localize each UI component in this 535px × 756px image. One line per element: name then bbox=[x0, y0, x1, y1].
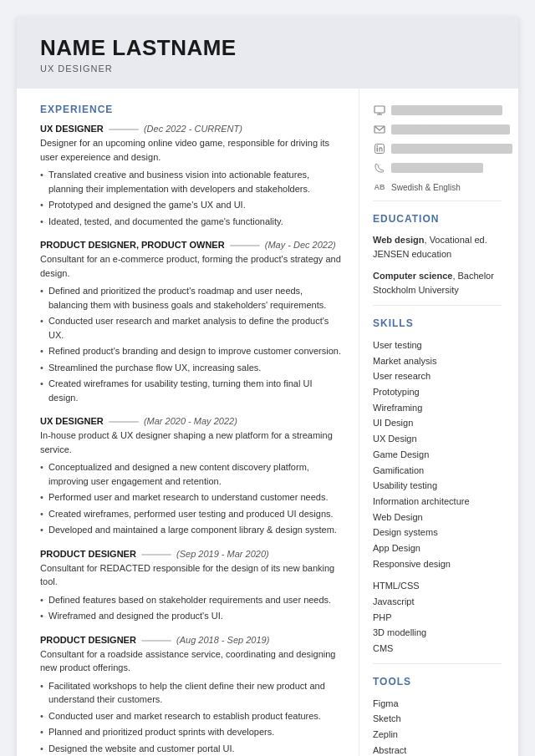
edu-degree: Web design bbox=[373, 235, 425, 245]
skill-item: Usability testing bbox=[373, 478, 502, 494]
tools-section-title: TOOLS bbox=[373, 676, 502, 688]
email-value: hello@yourmail.com bbox=[391, 124, 510, 134]
bullet-item: Conducted user and market research to es… bbox=[40, 709, 344, 723]
candidate-title: UX DESIGNER bbox=[40, 63, 495, 74]
contact-languages: AB Swedish & English bbox=[373, 180, 502, 194]
education-entry: Web design, Vocational ed.JENSEN educati… bbox=[373, 233, 502, 261]
bullet-item: Conceptualized and designed a new conten… bbox=[40, 460, 344, 488]
candidate-name: NAME LASTNAME bbox=[40, 35, 495, 61]
skill-item: PHP bbox=[373, 610, 502, 626]
resume-body: EXPERIENCE UX DESIGNER (Dec 2022 - CURRE… bbox=[17, 89, 518, 756]
edu-degree: Computer science bbox=[373, 271, 452, 281]
skill-item: Design systems bbox=[373, 525, 502, 540]
exp-description: Consultant for a roadside assistance ser… bbox=[40, 647, 344, 675]
skill-item: Gamification bbox=[373, 463, 502, 479]
exp-description: Consultant for an e-commerce product, fo… bbox=[40, 252, 344, 280]
skill-item: Javascript bbox=[373, 594, 502, 610]
bullet-item: Translated creative and business vision … bbox=[40, 168, 344, 195]
bullet-item: Defined features based on stakeholder re… bbox=[40, 593, 344, 607]
skill-item: Responsive design bbox=[373, 556, 502, 572]
skill-item: User testing bbox=[373, 337, 502, 353]
skill-item: CMS bbox=[373, 641, 502, 657]
contact-website: www.portfolio.com bbox=[373, 104, 502, 117]
tool-item: Sketch bbox=[373, 711, 502, 727]
linkedin-value: linkedin.com/in/name bbox=[391, 144, 512, 154]
languages-value: Swedish & English bbox=[391, 183, 461, 192]
skill-item: UI Design bbox=[373, 415, 502, 431]
exp-header: PRODUCT DESIGNER (Sep 2019 - Mar 2020) bbox=[40, 549, 344, 559]
edu-school: Stockholm University bbox=[373, 285, 459, 295]
website-value: www.portfolio.com bbox=[391, 105, 502, 115]
language-icon: AB bbox=[373, 180, 386, 194]
contact-phone: +46 000 000 bbox=[373, 161, 502, 175]
bullet-item: Prototyped and designed the game's UX an… bbox=[40, 198, 344, 212]
svg-rect-5 bbox=[377, 148, 379, 152]
exp-header: UX DESIGNER (Dec 2022 - CURRENT) bbox=[40, 124, 344, 134]
education-entry: Computer science, BachelorStockholm Univ… bbox=[373, 269, 502, 297]
skill-item: 3D modelling bbox=[373, 625, 502, 641]
right-column: www.portfolio.com hello@yourmail.com bbox=[359, 89, 518, 756]
skill-item: Market analysis bbox=[373, 353, 502, 369]
skills-section-title: SKILLS bbox=[373, 317, 502, 329]
exp-header: UX DESIGNER (Mar 2020 - May 2022) bbox=[40, 416, 344, 426]
skill-item: User research bbox=[373, 368, 502, 384]
experience-list: UX DESIGNER (Dec 2022 - CURRENT) Designe… bbox=[40, 124, 344, 756]
phone-value: +46 000 000 bbox=[391, 163, 483, 173]
monitor-icon bbox=[373, 104, 386, 117]
contact-linkedin: linkedin.com/in/name bbox=[373, 142, 502, 155]
bullet-item: Performed user and market research to un… bbox=[40, 490, 344, 505]
divider-1 bbox=[373, 200, 502, 201]
skill-item: Game Design bbox=[373, 447, 502, 463]
skill-item: App Design bbox=[373, 540, 502, 556]
left-column: EXPERIENCE UX DESIGNER (Dec 2022 - CURRE… bbox=[17, 89, 359, 756]
experience-section-title: EXPERIENCE bbox=[40, 104, 344, 115]
education-section-title: EDUCATION bbox=[373, 213, 502, 225]
skill-item: Wireframing bbox=[373, 400, 502, 416]
bullet-item: Created wireframes for usability testing… bbox=[40, 377, 344, 404]
bullet-item: Ideated, tested, and documented the game… bbox=[40, 215, 344, 229]
svg-rect-0 bbox=[374, 106, 385, 113]
experience-entry: PRODUCT DESIGNER, PRODUCT OWNER (May - D… bbox=[40, 240, 344, 404]
email-icon bbox=[373, 123, 386, 136]
bullet-item: Wireframed and designed the product's UI… bbox=[40, 609, 344, 623]
bullet-item: Conducted user research and market analy… bbox=[40, 314, 344, 342]
bullet-item: Designed the website and customer portal… bbox=[40, 742, 344, 756]
experience-entry: PRODUCT DESIGNER (Aug 2018 - Sep 2019) C… bbox=[40, 635, 344, 757]
contact-email: hello@yourmail.com bbox=[373, 123, 502, 136]
skill-item: Prototyping bbox=[373, 384, 502, 400]
tool-item: Abstract bbox=[373, 743, 502, 756]
skill-item: Information architecture bbox=[373, 494, 502, 510]
exp-description: Designer for an upcoming online video ga… bbox=[40, 136, 344, 164]
tool-item: Figma bbox=[373, 696, 502, 712]
resume-container: NAME LASTNAME UX DESIGNER EXPERIENCE UX … bbox=[17, 17, 518, 756]
contact-section: www.portfolio.com hello@yourmail.com bbox=[373, 104, 502, 194]
bullet-item: Defined and prioritized the product's ro… bbox=[40, 284, 344, 312]
tool-item: Zeplin bbox=[373, 727, 502, 743]
experience-entry: UX DESIGNER (Dec 2022 - CURRENT) Designe… bbox=[40, 124, 344, 228]
edu-school: JENSEN education bbox=[373, 249, 451, 259]
skill-item: Web Design bbox=[373, 510, 502, 525]
phone-icon bbox=[373, 161, 386, 175]
education-list: Web design, Vocational ed.JENSEN educati… bbox=[373, 233, 502, 297]
exp-header: PRODUCT DESIGNER, PRODUCT OWNER (May - D… bbox=[40, 240, 344, 250]
skills-group-design: User testingMarket analysisUser research… bbox=[373, 337, 502, 571]
divider-3 bbox=[373, 663, 502, 664]
bullet-item: Streamlined the purchase flow UX, increa… bbox=[40, 361, 344, 375]
divider-2 bbox=[373, 305, 502, 306]
skills-group-tech: HTML/CSSJavascriptPHP3D modellingCMS bbox=[373, 578, 502, 656]
experience-entry: PRODUCT DESIGNER (Sep 2019 - Mar 2020) C… bbox=[40, 549, 344, 623]
tools-list: FigmaSketchZeplinAbstractAdobe Photoshop… bbox=[373, 696, 502, 756]
linkedin-icon bbox=[373, 142, 386, 155]
bullet-item: Refined product's branding and design to… bbox=[40, 344, 344, 358]
bullet-item: Developed and maintained a large compone… bbox=[40, 523, 344, 537]
skills-list: User testingMarket analysisUser research… bbox=[373, 337, 502, 657]
exp-header: PRODUCT DESIGNER (Aug 2018 - Sep 2019) bbox=[40, 635, 344, 645]
skill-item: HTML/CSS bbox=[373, 578, 502, 594]
experience-entry: UX DESIGNER (Mar 2020 - May 2022) In-hou… bbox=[40, 416, 344, 537]
exp-description: Consultant for REDACTED responsible for … bbox=[40, 561, 344, 589]
resume-header: NAME LASTNAME UX DESIGNER bbox=[17, 17, 518, 89]
exp-description: In-house product & UX designer shaping a… bbox=[40, 429, 344, 456]
skill-item: UX Design bbox=[373, 431, 502, 447]
svg-point-6 bbox=[376, 145, 378, 147]
bullet-item: Planned and prioritized product sprints … bbox=[40, 725, 344, 739]
